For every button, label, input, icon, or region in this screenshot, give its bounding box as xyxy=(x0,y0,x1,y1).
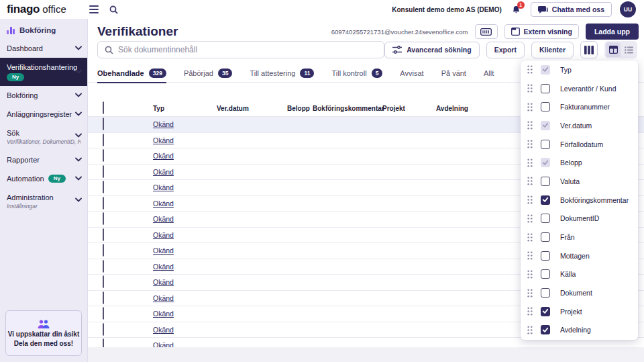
sidebar-item-administration[interactable]: Administration Inställningar xyxy=(0,188,87,215)
row-typ-link[interactable]: Okänd xyxy=(153,246,174,255)
column-checkbox[interactable] xyxy=(541,214,550,223)
column-checkbox[interactable] xyxy=(541,177,550,186)
column-picker-item-avdelning[interactable]: Avdelning xyxy=(521,321,638,340)
row-typ-link[interactable]: Okänd xyxy=(153,263,174,271)
row-checkbox[interactable] xyxy=(103,197,104,210)
column-picker-item-projekt[interactable]: Projekt xyxy=(521,302,638,321)
column-picker-item-dokumentid[interactable]: DokumentID xyxy=(521,210,638,228)
row-checkbox[interactable] xyxy=(103,165,104,178)
column-picker-item-dokument[interactable]: Dokument xyxy=(521,283,638,302)
grip-icon[interactable] xyxy=(527,214,533,223)
grip-icon[interactable] xyxy=(527,251,533,260)
row-typ-link[interactable]: Okänd xyxy=(153,120,174,128)
row-checkbox[interactable] xyxy=(103,244,104,257)
column-checkbox[interactable] xyxy=(541,121,550,130)
grip-icon[interactable] xyxy=(527,65,533,74)
row-checkbox[interactable] xyxy=(103,291,104,304)
grip-icon[interactable] xyxy=(527,84,533,93)
row-typ-link[interactable]: Okänd xyxy=(153,278,174,286)
column-header-typ[interactable]: Typ xyxy=(153,104,164,111)
select-all-checkbox[interactable] xyxy=(103,101,104,114)
row-typ-link[interactable]: Okänd xyxy=(153,152,174,160)
row-typ-link[interactable]: Okänd xyxy=(153,168,174,176)
column-picker-item-ver-datum[interactable]: Ver.datum xyxy=(521,116,638,135)
tab-p-v-nt[interactable]: På vänt xyxy=(441,64,466,83)
sidebar-item-anl-ggningsregister[interactable]: Anläggningsregister xyxy=(0,105,87,124)
row-checkbox[interactable] xyxy=(103,134,104,146)
account-name[interactable]: Konsulent demo demo AS (DEMO) xyxy=(392,6,502,13)
sidebar-section-bokforing[interactable]: Bokföring xyxy=(0,21,87,39)
row-checkbox[interactable] xyxy=(103,118,104,130)
advanced-search-button[interactable]: Avancerad sökning xyxy=(384,42,479,58)
row-checkbox[interactable] xyxy=(103,260,104,273)
column-picker-item-f-rfallodatum[interactable]: Förfallodatum xyxy=(521,135,638,154)
column-picker-item-typ[interactable]: Typ xyxy=(521,60,638,79)
tab-till-kontroll[interactable]: Till kontroll 5 xyxy=(331,64,382,83)
sidebar-item-dashboard[interactable]: Dashboard xyxy=(0,39,87,58)
row-typ-link[interactable]: Okänd xyxy=(153,215,174,223)
column-picker-item-valuta[interactable]: Valuta xyxy=(521,172,638,191)
chat-button[interactable]: Chatta med oss xyxy=(531,2,612,17)
row-checkbox[interactable] xyxy=(103,212,104,225)
row-typ-link[interactable]: Okänd xyxy=(153,199,174,208)
row-checkbox[interactable] xyxy=(103,228,104,241)
clients-button[interactable]: Klienter xyxy=(531,42,574,58)
column-picker-item-leverant-r-kund[interactable]: Leverantör / Kund xyxy=(521,79,638,98)
column-checkbox[interactable] xyxy=(541,269,550,279)
column-checkbox[interactable] xyxy=(541,84,550,93)
sidebar-item-s-k[interactable]: Sök Verifikationer, DokumentID, R... xyxy=(0,124,87,150)
row-typ-link[interactable]: Okänd xyxy=(153,310,174,318)
app-logo[interactable]: finagooffice xyxy=(7,3,66,16)
column-checkbox[interactable] xyxy=(541,158,550,167)
tab-avvisat[interactable]: Avvisat xyxy=(400,64,423,83)
grip-icon[interactable] xyxy=(527,195,533,204)
column-header-projekt[interactable]: Projekt xyxy=(382,104,405,111)
grip-icon[interactable] xyxy=(527,233,533,242)
export-button[interactable]: Export xyxy=(486,42,525,58)
column-header-avdelning[interactable]: Avdelning xyxy=(436,104,468,111)
column-picker-item-bokf-ringskommentar[interactable]: Bokföringskommentar xyxy=(521,191,638,210)
table-view-button[interactable] xyxy=(606,42,621,57)
row-typ-link[interactable]: Okänd xyxy=(153,326,174,334)
column-checkbox[interactable] xyxy=(541,65,550,75)
row-typ-link[interactable]: Okänd xyxy=(153,136,174,144)
search-icon[interactable] xyxy=(109,5,118,14)
row-checkbox[interactable] xyxy=(103,149,104,162)
grip-icon[interactable] xyxy=(527,140,533,148)
sidebar-item-rapporter[interactable]: Rapporter xyxy=(0,150,87,169)
list-view-button[interactable] xyxy=(621,42,636,57)
extern-visning-button[interactable]: Extern visning xyxy=(504,24,579,39)
column-picker-button[interactable] xyxy=(580,41,598,58)
tab-obehandlade[interactable]: Obehandlade 329 xyxy=(97,64,166,83)
feedback-card[interactable]: Vi uppskattar din åsikt Dela den med oss… xyxy=(5,310,82,356)
grip-icon[interactable] xyxy=(527,177,533,185)
column-picker-item-mottagen[interactable]: Mottagen xyxy=(521,246,638,265)
sidebar-item-automation[interactable]: Automation Ny xyxy=(0,169,87,188)
search-box[interactable] xyxy=(97,41,384,58)
column-checkbox[interactable] xyxy=(541,140,550,149)
column-checkbox[interactable] xyxy=(541,195,550,205)
column-checkbox[interactable] xyxy=(541,232,550,242)
grip-icon[interactable] xyxy=(527,103,533,111)
grip-icon[interactable] xyxy=(527,307,533,316)
row-checkbox[interactable] xyxy=(103,181,104,193)
tab-till-attestering[interactable]: Till attestering 11 xyxy=(250,64,314,83)
grip-icon[interactable] xyxy=(527,326,533,334)
upload-button[interactable]: Ladda upp xyxy=(586,24,639,40)
menu-icon[interactable] xyxy=(89,5,99,13)
column-checkbox[interactable] xyxy=(541,102,550,111)
row-typ-link[interactable]: Okänd xyxy=(153,183,174,191)
tab-allt[interactable]: Allt xyxy=(484,64,494,83)
search-input[interactable] xyxy=(118,45,377,54)
column-checkbox[interactable] xyxy=(541,288,550,298)
grip-icon[interactable] xyxy=(527,270,533,279)
row-checkbox[interactable] xyxy=(103,323,104,336)
column-header-verdatum[interactable]: Ver.datum xyxy=(217,104,249,111)
tab-p-b-rjad[interactable]: Påbörjad 35 xyxy=(184,64,233,83)
sidebar-item-verifikationshantering[interactable]: Verifikationshantering Ny xyxy=(0,58,87,86)
avatar[interactable]: UU xyxy=(620,1,636,17)
column-picker-item-belopp[interactable]: Belopp xyxy=(521,153,638,172)
sidebar-item-bokf-ring[interactable]: Bokföring xyxy=(0,86,87,105)
notifications-button[interactable]: 1 xyxy=(511,5,521,15)
column-picker-item-k-lla[interactable]: Källa xyxy=(521,265,638,284)
